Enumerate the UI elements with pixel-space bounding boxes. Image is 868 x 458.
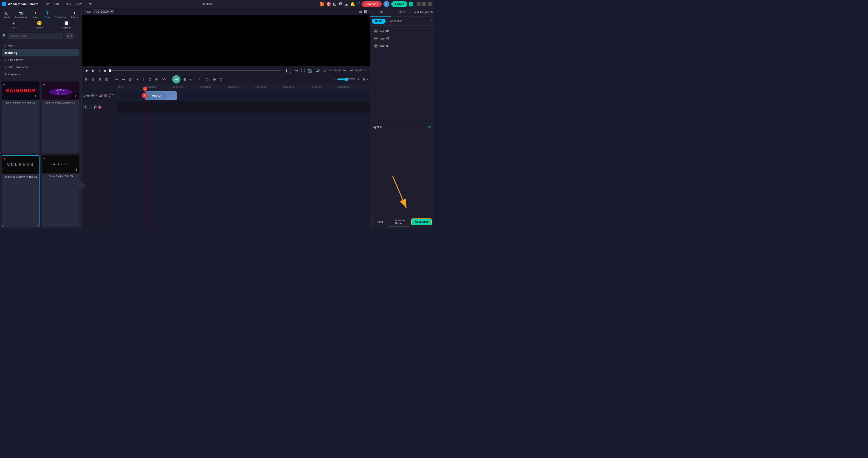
split-audio-button[interactable]: ⊟ <box>97 77 103 83</box>
filter-dropdown[interactable]: All ▾ <box>64 33 74 38</box>
track-volume-icon[interactable]: 🔊 <box>99 94 103 97</box>
gift-icon[interactable]: 🎁 <box>319 2 324 7</box>
image-view-icon[interactable]: 🖼 <box>364 10 367 14</box>
sidebar-item-transitions[interactable]: ↔ Transitions <box>54 10 68 20</box>
export-dropdown-icon[interactable]: ▾ <box>409 2 413 6</box>
layer-name-input[interactable] <box>373 125 428 129</box>
tab-tts[interactable]: Text To Speech <box>413 8 434 17</box>
keyframe-panel-button[interactable]: Keyframe Panel <box>388 217 409 227</box>
sidebar-item-templates[interactable]: 📋 Templates <box>59 20 73 30</box>
sidebar-item-stickers[interactable]: 😊 Stickers <box>33 20 45 30</box>
grid-view-icon[interactable]: ⊞ <box>359 10 362 14</box>
advanced-button[interactable]: Advanced <box>411 219 432 225</box>
export-button[interactable]: Export <box>391 1 407 7</box>
more-options-button[interactable]: ··· <box>76 34 79 38</box>
maximize-button[interactable]: □ <box>422 2 426 6</box>
fullscreen-preview-button[interactable]: ⛶ <box>300 68 305 73</box>
mic-button[interactable]: 🎙 <box>196 77 202 82</box>
track-mute2-icon[interactable]: 🔇 <box>98 105 102 109</box>
close-button[interactable]: ✕ <box>428 2 432 6</box>
play-button[interactable]: ▶ <box>91 68 95 73</box>
insert-button[interactable]: ⇥ <box>294 68 299 73</box>
link-track-button[interactable]: ⛓ <box>90 77 96 82</box>
thumb-card-4[interactable]: ♥ shattered ⬇ Glass Shatter Title 03 <box>42 155 80 227</box>
sidebar-item-stock[interactable]: 📷 Stock Media <box>13 10 29 20</box>
nav-help[interactable]: Help <box>84 2 95 7</box>
fit-button[interactable]: ⤢ <box>323 68 327 73</box>
track-vol-icon[interactable]: 🔊 <box>93 105 97 109</box>
crop-button[interactable]: ⊠ <box>148 77 153 83</box>
layout-chevron-icon[interactable]: ▾ <box>367 78 368 81</box>
layer-edit-button[interactable]: ✏ <box>428 125 431 129</box>
mark-out-button[interactable]: } <box>289 68 292 73</box>
grid-layout-icon[interactable]: ⊞ <box>363 77 366 82</box>
quality-select[interactable]: Full Quality <box>93 9 114 14</box>
delete-button[interactable]: 🗑 <box>127 77 133 82</box>
tab-text[interactable]: Text <box>370 8 391 17</box>
apps-icon[interactable]: ⣿ <box>357 2 360 7</box>
nav-view[interactable]: View <box>73 2 84 7</box>
sidebar-item-titles[interactable]: T Titles <box>41 10 53 20</box>
zoom-out-button[interactable]: − <box>332 77 336 82</box>
target-icon[interactable]: 🎯 <box>326 2 331 7</box>
stop-button[interactable]: ■ <box>103 68 107 73</box>
track-camera-icon[interactable]: 📹 <box>86 94 90 97</box>
collapse-panel-button[interactable]: ‹ <box>79 183 85 189</box>
track-eye-icon[interactable]: 👁 <box>95 94 98 97</box>
sidebar-item-effects[interactable]: ✦ Effects <box>69 10 80 20</box>
bell-icon[interactable]: 🔔 <box>350 2 355 7</box>
multi-clip-button[interactable]: ⊡ <box>104 77 109 83</box>
sidebar-nav-ai-captions[interactable]: AI Captions <box>2 71 80 78</box>
minimize-button[interactable]: — <box>416 2 421 6</box>
add-button-2[interactable]: + <box>72 93 78 98</box>
skip-back-button[interactable]: ⏮ <box>84 68 89 73</box>
track-mute-icon[interactable]: 🔇 <box>104 94 107 97</box>
search-input[interactable] <box>7 33 63 39</box>
video-clip[interactable]: 📹 MIRROR ♥ <box>145 91 177 100</box>
shield-button[interactable]: 🛡 <box>189 77 195 82</box>
speed-button[interactable]: >> <box>161 77 167 82</box>
expand-icon[interactable]: ⤢ <box>429 19 432 24</box>
sidebar-nav-trending[interactable]: Trending <box>2 49 80 57</box>
volume-button[interactable]: 🔊 <box>315 68 321 73</box>
thumb-card-1[interactable]: ♥ RAINDROP + Neon Motion VFX Title 14 <box>2 81 39 153</box>
nav-tools[interactable]: Tools <box>62 2 73 7</box>
add-button-1[interactable]: + <box>33 93 38 98</box>
snapshot-button[interactable]: 📷 <box>307 68 313 73</box>
thumb-card-2[interactable]: ♥ Ink Pack LOWER TEXT + DIY Ink Pack Low… <box>42 81 80 153</box>
play-loop-button[interactable]: ▷ <box>97 68 101 73</box>
sidebar-item-media[interactable]: ⊞ Media <box>1 10 12 20</box>
audio-track-button[interactable]: 🎵 <box>204 77 210 83</box>
text-button[interactable]: T <box>142 77 146 82</box>
progress-bar[interactable] <box>108 70 281 71</box>
subtab-animation[interactable]: Animation <box>387 19 405 24</box>
zoom-in-button[interactable]: + <box>356 77 361 82</box>
pip-button[interactable]: ⊡ <box>218 77 224 83</box>
layer-item-03[interactable]: layer 03 <box>372 42 432 50</box>
cloud-icon[interactable]: ☁ <box>344 2 348 7</box>
monitor-icon[interactable]: 🖥 <box>338 2 342 6</box>
mark-in-button[interactable]: { <box>285 68 288 73</box>
nav-file[interactable]: File <box>42 2 52 7</box>
grid-icon[interactable]: ⊞ <box>333 2 336 7</box>
track-link-icon[interactable]: 🔗 <box>91 94 94 97</box>
layer-item-01[interactable]: layer 01 <box>372 28 432 35</box>
add-track-button[interactable]: ⊞ <box>83 77 89 83</box>
track-audio-icon[interactable]: 🎵 <box>89 105 93 109</box>
sidebar-nav-title-effects[interactable]: ▶ Title Effects <box>2 57 80 64</box>
subtab-basic[interactable]: Basic <box>372 19 385 24</box>
cut-button[interactable]: ✂ <box>135 77 140 83</box>
thumb-card-3[interactable]: ♥ VULPEKS Shattered Glass VFX Title 01 <box>2 155 39 227</box>
color-button[interactable]: ◎ <box>154 77 160 83</box>
sidebar-item-audio[interactable]: ♪ Audio <box>30 10 41 20</box>
sidebar-item-filters[interactable]: ◈ Filters <box>8 20 19 30</box>
layer-item-02[interactable]: layer 02 <box>372 35 432 42</box>
sidebar-nav-title-templates[interactable]: ▶ Title Templates <box>2 64 80 71</box>
undo-button[interactable]: ↩ <box>114 77 119 83</box>
ai-button[interactable]: AI <box>172 75 181 84</box>
user-avatar[interactable]: C <box>383 1 390 7</box>
reset-button[interactable]: Reset <box>372 219 386 225</box>
nav-edit[interactable]: Edit <box>52 2 62 7</box>
redo-button[interactable]: ↪ <box>121 77 126 83</box>
download-icon[interactable]: ⬇ <box>75 168 78 172</box>
